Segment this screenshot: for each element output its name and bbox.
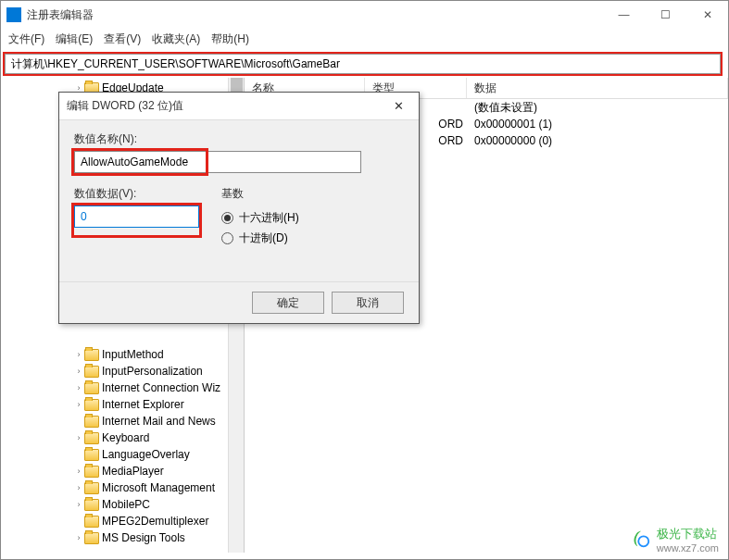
folder-icon [84, 366, 99, 378]
menu-edit[interactable]: 编辑(E) [56, 31, 93, 47]
base-radio-group: 基数 十六进制(H) 十进制(D) [221, 186, 299, 248]
tree-node[interactable]: ›Internet Connection Wiz [1, 380, 244, 396]
folder-icon [84, 382, 99, 394]
tree-node[interactable]: Internet Mail and News [1, 413, 244, 429]
watermark-text: 极光下载站 [657, 526, 719, 542]
folder-icon [84, 516, 99, 528]
folder-icon [84, 499, 99, 511]
tree-label: Internet Connection Wiz [102, 381, 220, 394]
radio-dec[interactable] [221, 232, 233, 244]
value-data-input[interactable] [74, 205, 199, 228]
tree-label: MPEG2Demultiplexer [102, 515, 208, 528]
tree-label: Internet Explorer [102, 398, 184, 411]
folder-icon [84, 432, 99, 444]
watermark-url: www.xz7.com [657, 542, 719, 554]
tree-label: InputMethod [102, 348, 164, 361]
tree-label: MediaPlayer [102, 465, 164, 478]
chevron-right-icon[interactable]: › [73, 433, 84, 442]
menu-file[interactable]: 文件(F) [8, 31, 44, 47]
tree-label: Internet Mail and News [102, 415, 216, 428]
chevron-right-icon[interactable]: › [73, 400, 84, 409]
dialog-titlebar: 编辑 DWORD (32 位)值 ✕ [59, 93, 419, 120]
name-label: 数值名称(N): [74, 131, 404, 147]
address-bar[interactable]: 计算机\HKEY_CURRENT_USER\SOFTWARE\Microsoft… [5, 54, 721, 74]
edit-dword-dialog: 编辑 DWORD (32 位)值 ✕ 数值名称(N): 数值数据(V): 基数 … [58, 92, 420, 324]
folder-icon [84, 399, 99, 411]
tree-label: MobilePC [102, 498, 150, 511]
tree-node[interactable]: ›Internet Explorer [1, 396, 244, 413]
tree-label: Microsoft Management [102, 481, 215, 494]
radio-dec-label: 十进制(D) [239, 230, 288, 246]
radio-hex-row[interactable]: 十六进制(H) [221, 207, 299, 228]
cell-data: (数值未设置) [467, 100, 728, 116]
folder-icon [84, 466, 99, 478]
dialog-buttons: 确定 取消 [59, 281, 419, 323]
tree-node[interactable]: ›InputPersonalization [1, 363, 244, 380]
value-name-input[interactable] [74, 151, 361, 173]
cell-data: 0x00000001 (1) [467, 118, 728, 131]
window-controls: — ☐ ✕ [603, 1, 728, 29]
titlebar: 注册表编辑器 — ☐ ✕ [1, 1, 728, 29]
col-data-header[interactable]: 数据 [467, 78, 728, 98]
tree-label: Keyboard [102, 431, 149, 444]
tree-label: LanguageOverlay [102, 448, 190, 461]
tree-node[interactable]: MPEG2Demultiplexer [1, 513, 244, 529]
value-label: 数值数据(V): [74, 186, 199, 202]
chevron-right-icon[interactable]: › [73, 533, 84, 542]
chevron-right-icon[interactable]: › [73, 500, 84, 509]
chevron-right-icon[interactable]: › [73, 467, 84, 476]
chevron-right-icon[interactable]: › [73, 350, 84, 359]
cell-data: 0x00000000 (0) [467, 134, 728, 147]
tree-node[interactable]: ›Keyboard [1, 429, 244, 446]
chevron-right-icon[interactable]: › [73, 383, 84, 392]
tree-node[interactable]: LanguageOverlay [1, 446, 244, 463]
radio-hex[interactable] [221, 212, 233, 224]
base-label: 基数 [221, 186, 299, 202]
chevron-right-icon[interactable]: › [73, 367, 84, 376]
ok-button[interactable]: 确定 [252, 292, 324, 314]
folder-icon [84, 532, 99, 544]
radio-hex-label: 十六进制(H) [239, 210, 299, 226]
watermark: 极光下载站 www.xz7.com [631, 526, 719, 554]
chevron-right-icon[interactable]: › [73, 483, 84, 492]
menubar: 文件(F) 编辑(E) 查看(V) 收藏夹(A) 帮助(H) [1, 29, 728, 49]
folder-icon [84, 482, 99, 494]
minimize-button[interactable]: — [603, 1, 645, 29]
tree-node[interactable]: ›MS Design Tools [1, 529, 244, 546]
folder-icon [84, 449, 99, 461]
folder-icon [84, 349, 99, 361]
maximize-button[interactable]: ☐ [645, 1, 686, 29]
watermark-icon [631, 529, 651, 550]
tree-label: MS Design Tools [102, 531, 185, 544]
tree-label: InputPersonalization [102, 365, 203, 378]
dialog-body: 数值名称(N): 数值数据(V): 基数 十六进制(H) [59, 120, 419, 259]
folder-icon [84, 416, 99, 428]
menu-help[interactable]: 帮助(H) [211, 31, 249, 47]
close-button[interactable]: ✕ [686, 1, 728, 29]
tree-node[interactable]: ›MobilePC [1, 496, 244, 513]
svg-point-0 [638, 536, 648, 546]
radio-dec-row[interactable]: 十进制(D) [221, 228, 299, 248]
menu-view[interactable]: 查看(V) [104, 31, 141, 47]
app-icon [6, 7, 21, 22]
cancel-button[interactable]: 取消 [332, 292, 404, 314]
dialog-close-button[interactable]: ✕ [385, 99, 411, 113]
window-title: 注册表编辑器 [27, 7, 603, 23]
tree-node[interactable]: ›Microsoft Management [1, 479, 244, 496]
menu-favorites[interactable]: 收藏夹(A) [152, 31, 200, 47]
address-highlight: 计算机\HKEY_CURRENT_USER\SOFTWARE\Microsoft… [3, 52, 723, 76]
tree-node[interactable]: ›InputMethod [1, 346, 244, 363]
dialog-title: 编辑 DWORD (32 位)值 [67, 98, 385, 114]
address-text: 计算机\HKEY_CURRENT_USER\SOFTWARE\Microsoft… [11, 56, 340, 72]
tree-node[interactable]: ›MediaPlayer [1, 463, 244, 479]
